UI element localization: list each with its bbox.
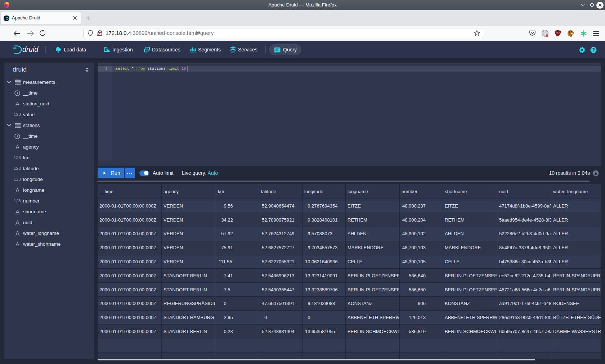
svg-text:UO: UO [556, 31, 560, 34]
svg-text:?: ? [592, 47, 595, 53]
